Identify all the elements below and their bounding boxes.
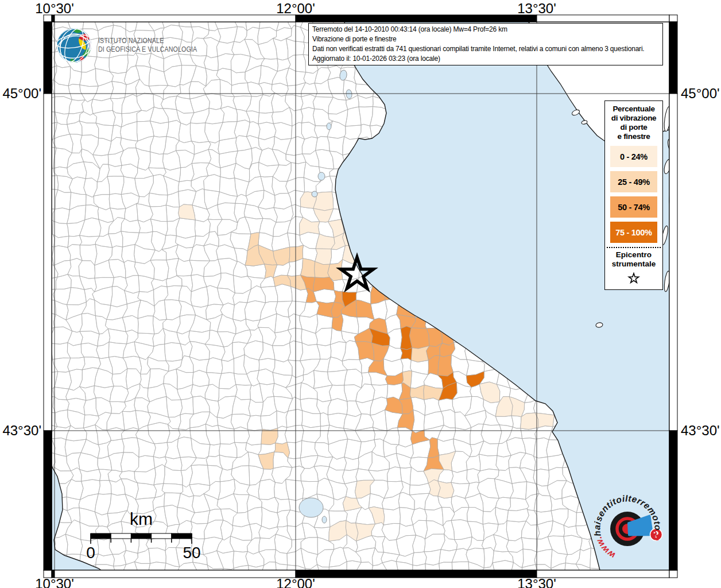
ingv-name-line1: ISTITUTO NAZIONALE <box>98 37 197 45</box>
legend-swatch-75-100: 75 - 100% <box>610 222 657 243</box>
legend-title-line1: Percentuale <box>605 105 662 114</box>
legend-star-icon <box>626 270 641 285</box>
municipality-cell <box>315 249 332 265</box>
legend-swatch-50-74: 50 - 74% <box>610 196 657 218</box>
scale-bar-end: 50 <box>183 544 200 562</box>
axis-label-top-1200: 12°00' <box>276 1 315 17</box>
event-subtitle: Vibrazione di porte e finestre <box>312 34 659 44</box>
axis-label-top-1030: 10°30' <box>35 1 74 17</box>
municipality-cell <box>438 355 453 376</box>
municipality-cell <box>401 348 412 361</box>
scale-bar-unit: km <box>130 509 153 528</box>
legend-title-line3: di porte <box>605 123 662 132</box>
municipality-cell <box>521 413 538 430</box>
municipality-cell <box>179 204 195 220</box>
axis-label-top-1330: 13°30' <box>517 1 556 17</box>
legend-divider <box>607 247 661 248</box>
axis-label-left-4330: 43°30' <box>0 423 41 439</box>
axis-label-bottom-1330: 13°30' <box>517 576 556 588</box>
axis-label-right-4500: 45°00' <box>681 86 720 102</box>
axis-label-bottom-1030: 10°30' <box>35 576 74 588</box>
map-legend: Percentuale di vibrazione di porte e fin… <box>604 100 663 290</box>
legend-swatch-25-49: 25 - 49% <box>610 171 657 192</box>
ingv-globe-icon <box>55 26 93 64</box>
lake-trasimeno <box>299 498 323 517</box>
axis-label-bottom-1200: 12°00' <box>276 576 315 588</box>
legend-title-line4: e finestre <box>605 132 662 141</box>
event-title: Terremoto del 14-10-2010 00:43:14 (ora l… <box>312 25 659 34</box>
event-info-box: Terremoto del 14-10-2010 00:43:14 (ora l… <box>308 23 663 65</box>
legend-epicenter-line1: Epicentro <box>605 250 662 260</box>
ingv-logo: ISTITUTO NAZIONALE DI GEOFISICA E VULCAN… <box>55 26 215 64</box>
event-updated-note: Aggiornato il: 10-01-2026 03:23 (ora loc… <box>312 54 659 64</box>
legend-epicenter-line2: strumentale <box>605 260 662 269</box>
map-page: km 0 50 ? www.haise <box>0 0 721 588</box>
event-data-note: Dati non verificati estratti da 741 ques… <box>312 44 659 54</box>
ingv-name-line2: DI GEOFISICA E VULCANOLOGIA <box>98 45 197 54</box>
legend-title-line2: di vibrazione <box>605 114 662 123</box>
map-canvas: km 0 50 ? www.haise <box>0 0 721 588</box>
axis-label-left-4500: 45°00' <box>0 86 41 102</box>
municipality-cell <box>438 481 454 498</box>
municipality-cell <box>301 258 315 277</box>
scale-bar-start: 0 <box>86 544 95 562</box>
municipality-cell <box>409 328 429 349</box>
legend-swatch-0-24: 0 - 24% <box>610 146 657 167</box>
axis-label-right-4330: 43°30' <box>681 423 720 439</box>
